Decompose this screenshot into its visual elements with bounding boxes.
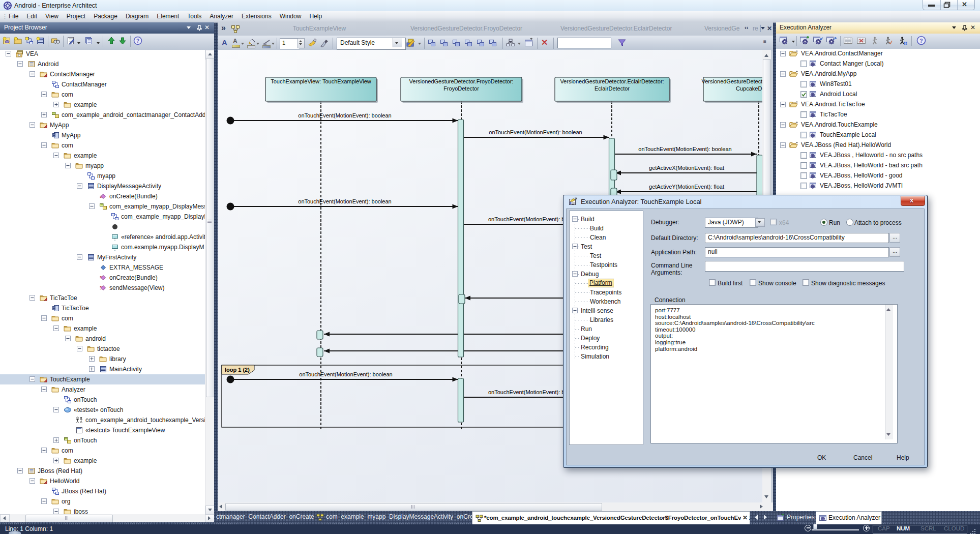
svg-text:VersionedGestureDetector.Froyo: VersionedGestureDetector.FroyoDetector: <box>409 78 514 84</box>
svg-text:FroyoDetector: FroyoDetector <box>443 85 479 92</box>
svg-text:onTouchEvent(MotionEvent): b: onTouchEvent(MotionEvent): b <box>488 216 565 222</box>
svg-text:?: ? <box>919 38 923 44</box>
svg-text:onTouchEvent(MotionEvent): b: onTouchEvent(MotionEvent): b <box>488 389 565 395</box>
svg-text:VersionedGestureDetector.Eclai: VersionedGestureDetector.EclairDetector: <box>560 78 664 84</box>
svg-text:onTouchEvent(MotionEvent): boo: onTouchEvent(MotionEvent): boolean <box>299 371 392 377</box>
svg-text:?: ? <box>136 38 139 44</box>
svg-text:onTouchEvent(MotionEvent): boo: onTouchEvent(MotionEvent): boolean <box>298 198 391 204</box>
svg-text:onTouchEvent(MotionEvent): boo: onTouchEvent(MotionEvent): boolean <box>489 129 582 135</box>
svg-text:getActiveX(MotionEvent): float: getActiveX(MotionEvent): float <box>649 165 724 171</box>
svg-text:EclairDetector: EclairDetector <box>595 85 630 92</box>
svg-text:onTouchEvent(MotionEvent): boo: onTouchEvent(MotionEvent): boolean <box>298 112 391 118</box>
svg-text:TouchExampleView: TouchExample: TouchExampleView: TouchExampleView <box>271 78 371 84</box>
svg-text:VersionedGestureDetector.Cupca: VersionedGestureDetector.CupcakeDetector… <box>701 78 762 84</box>
svg-text:CupcakeDetector: CupcakeDetector <box>736 85 762 92</box>
svg-text:getActiveY(MotionEvent): float: getActiveY(MotionEvent): float <box>649 184 724 190</box>
svg-text:loop 1 (2): loop 1 (2) <box>225 367 250 373</box>
svg-text:onTouchEvent(MotionEvent): boo: onTouchEvent(MotionEvent): boolean <box>638 146 731 152</box>
